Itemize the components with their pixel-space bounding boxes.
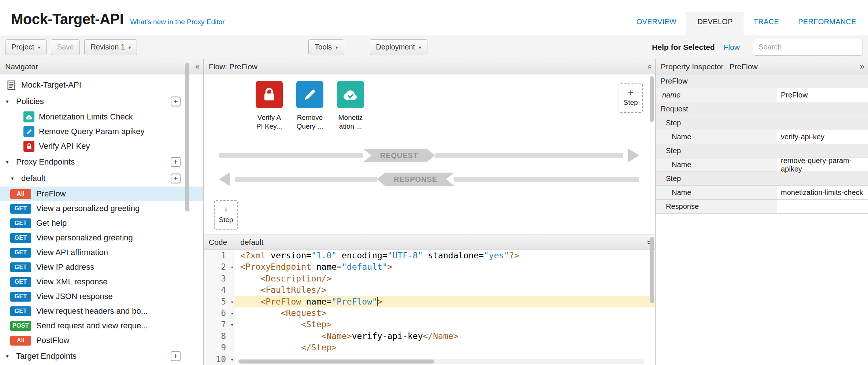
line-number-gutter[interactable]: 9 <box>204 342 235 353</box>
navigator-section-policies[interactable]: ▾Policies+ <box>0 93 203 110</box>
flow-pane-header: Flow: PreFlow » <box>204 59 655 74</box>
navigator-scrollbar[interactable] <box>185 63 189 211</box>
code-editor[interactable]: 1<?xml version="1.0" encoding="UTF-8" st… <box>204 250 655 365</box>
add-step-button-response[interactable]: + Step <box>214 200 238 230</box>
fold-arrow-icon[interactable]: ▾ <box>231 354 234 365</box>
flow-scrollbar[interactable] <box>650 76 654 122</box>
flow-policy-step[interactable]: RemoveQuery ... <box>291 81 329 131</box>
flow-step-label: Monetization ... <box>331 113 370 131</box>
code-line-text[interactable]: <Step> <box>235 319 655 330</box>
code-line-text[interactable]: <PreFlow name="PreFlow"> <box>235 296 655 307</box>
line-number-gutter[interactable]: 10▾ <box>204 354 235 365</box>
fold-arrow-icon[interactable]: ▾ <box>231 308 234 319</box>
line-number-gutter[interactable]: 6▾ <box>204 307 235 319</box>
revision-menu-button[interactable]: Revision 1 ▾ <box>84 39 137 55</box>
navigator-item-flow[interactable]: GETView IP address <box>0 260 203 274</box>
tools-menu-button[interactable]: Tools ▾ <box>308 39 344 55</box>
fold-arrow-icon[interactable]: ▾ <box>231 319 234 331</box>
navigator-item-api-root[interactable]: Mock-Target-API <box>0 77 203 93</box>
code-horizontal-scrollbar-thumb[interactable] <box>239 360 434 364</box>
project-menu-button[interactable]: Project ▾ <box>5 39 47 55</box>
navigator-section-flow[interactable]: ▾default+ <box>0 170 203 187</box>
add-target-endpoint-button[interactable]: + <box>171 351 181 361</box>
whats-new-link[interactable]: What's new in the Proxy Editor <box>130 18 225 26</box>
code-pane-header: Code default » <box>204 235 655 250</box>
inspector-property-row: namePreFlow <box>656 88 868 102</box>
code-line-text[interactable]: <ProxyEndpoint name="default"> <box>235 261 655 273</box>
collapse-navigator-button[interactable]: « <box>195 63 200 71</box>
tab-trace[interactable]: TRACE <box>744 18 789 35</box>
main-area: Navigator « Mock-Target-API▾Policies+Mon… <box>0 59 868 365</box>
save-button[interactable]: Save <box>51 39 80 55</box>
caret-down-icon: ▾ <box>335 45 338 50</box>
code-line-text[interactable]: <Request> <box>235 307 655 319</box>
add-flow-button[interactable]: + <box>171 173 181 183</box>
navigator-item-flow[interactable]: GETView personalized greeting <box>0 231 203 245</box>
line-number-gutter[interactable]: 3 <box>204 273 235 284</box>
tab-performance[interactable]: PERFORMANCE <box>789 18 866 35</box>
navigator-item-flow[interactable]: GETView API affirmation <box>0 245 203 260</box>
property-value[interactable]: PreFlow <box>776 88 868 102</box>
property-value[interactable]: monetization-limits-check <box>776 186 868 199</box>
navigator-section-proxy-endpoint[interactable]: ▾Proxy Endpoints+ <box>0 154 203 170</box>
navigator-header: Navigator « <box>0 59 203 74</box>
line-number-gutter[interactable]: 7▾ <box>204 319 235 330</box>
code-line-text[interactable]: </Step> <box>235 342 655 353</box>
inspector-property-row: Response <box>656 200 868 214</box>
navigator-item-flow[interactable]: GETGet help <box>0 216 203 231</box>
flow-policy-step[interactable]: Monetization ... <box>331 81 370 131</box>
line-number-gutter[interactable]: 1 <box>204 250 235 261</box>
fold-arrow-icon[interactable]: ▾ <box>231 296 234 308</box>
code-vertical-scrollbar[interactable] <box>650 237 654 303</box>
tab-overview[interactable]: OVERVIEW <box>627 18 686 35</box>
add-proxy-endpoint-button[interactable]: + <box>171 157 181 167</box>
help-flow-link[interactable]: Flow <box>724 43 740 52</box>
code-pane: Code default » 1<?xml version="1.0" enco… <box>204 235 655 365</box>
property-inspector-panel: Property Inspector PreFlow » PreFlowname… <box>656 59 868 365</box>
navigator-item-flow[interactable]: AllPostFlow <box>0 333 203 348</box>
deployment-menu-button[interactable]: Deployment ▾ <box>370 39 427 55</box>
property-value[interactable]: remove-query-param-apikey <box>776 158 868 172</box>
add-step-button-request[interactable]: + Step <box>619 83 643 113</box>
code-line-text[interactable]: <Name>verify-api-key</Name> <box>235 331 655 342</box>
add-policies-button[interactable]: + <box>171 96 181 106</box>
property-key: Response <box>656 200 776 213</box>
navigator-item-policy[interactable]: Verify API Key <box>0 139 203 154</box>
navigator-item-flow[interactable]: AllPreFlow <box>0 187 203 201</box>
tab-develop[interactable]: DEVELOP <box>686 12 744 35</box>
verb-badge: GET <box>10 218 31 228</box>
disclosure-triangle-icon[interactable]: ▾ <box>6 353 12 360</box>
property-value[interactable] <box>776 200 868 213</box>
property-value[interactable]: verify-api-key <box>776 130 868 144</box>
code-line-text[interactable]: <FaultRules/> <box>235 284 655 296</box>
line-number-gutter[interactable]: 4 <box>204 284 235 296</box>
code-horizontal-scrollbar[interactable] <box>237 359 644 364</box>
inspector-property-row: Namemonetization-limits-check <box>656 186 868 200</box>
navigator-section-target-endpoint[interactable]: ▾Target Endpoints+ <box>0 348 203 364</box>
search-input[interactable] <box>753 39 863 56</box>
fold-arrow-icon[interactable]: ▾ <box>231 262 234 273</box>
section-label: Policies <box>16 97 44 106</box>
flow-policy-step[interactable]: Verify API Key... <box>250 81 288 131</box>
code-line-text[interactable]: <Description/> <box>235 273 655 284</box>
section-label: Proxy Endpoints <box>16 157 75 167</box>
navigator-item-flow[interactable]: GETView JSON response <box>0 289 203 304</box>
navigator-item-policy[interactable]: Monetization Limits Check <box>0 110 203 124</box>
navigator-item-flow[interactable]: GETView a personalized greeting <box>0 201 203 216</box>
collapse-flow-button[interactable]: » <box>645 64 653 69</box>
disclosure-triangle-icon[interactable]: ▾ <box>6 98 12 105</box>
code-line-text[interactable]: <?xml version="1.0" encoding="UTF-8" sta… <box>235 250 655 261</box>
line-number-gutter[interactable]: 8 <box>204 331 235 342</box>
title-wrap: Mock-Target-API What's new in the Proxy … <box>11 11 225 35</box>
navigator-item-flow[interactable]: GETView request headers and bo... <box>0 304 203 318</box>
flow-name-label: View personalized greeting <box>36 233 133 243</box>
navigator-item-policy[interactable]: Remove Query Param apikey <box>0 124 203 139</box>
navigator-item-flow[interactable]: POSTSend request and view reque... <box>0 318 203 333</box>
navigator-item-flow[interactable]: GETView XML response <box>0 274 203 289</box>
line-number-gutter[interactable]: 5▾ <box>204 296 235 307</box>
disclosure-triangle-icon[interactable]: ▾ <box>11 175 17 182</box>
disclosure-triangle-icon[interactable]: ▾ <box>6 159 12 165</box>
line-number-gutter[interactable]: 2▾ <box>204 261 235 273</box>
expand-inspector-button[interactable]: » <box>860 63 864 71</box>
inspector-property-row: Nameverify-api-key <box>656 130 868 144</box>
